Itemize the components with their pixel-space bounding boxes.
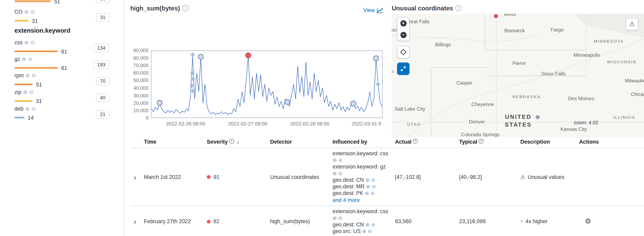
warning-anomaly-marker [157,100,162,105]
remove-filter-icon[interactable]: ⊖ [372,184,376,189]
add-filter-icon[interactable]: ⊕ [365,222,370,227]
map-label: Salt Lake City [394,106,425,112]
country-label: UNITED STATES [505,113,532,129]
remove-filter-icon[interactable]: ⊖ [338,157,342,163]
add-filter-icon[interactable]: ⊕ [366,184,370,189]
minus-in-circle-icon: − [400,32,406,38]
add-filter-icon[interactable]: ⊕ [24,9,29,14]
remove-filter-icon[interactable]: ⊖ [370,190,375,196]
influencer-filter: geo.dest: CN ⊕ ⊖ [332,221,390,228]
add-filter-icon[interactable]: ⊕ [365,177,370,183]
warning-icon: ⚠ [629,20,635,28]
y-axis-label: 10,000 [130,108,148,113]
influencer-score-row: 51 [14,82,110,87]
column-header-description: Description [520,139,579,145]
table-row: ›February 27th 202282high_sum(bytes)exte… [130,206,644,236]
expand-row-button[interactable]: › [130,218,144,224]
top-influencers-sidebar: 5153CO⊕⊖3131 extension.keyword css⊕⊖6113… [0,0,124,236]
arrow-up-icon: ↑ [520,218,523,225]
actions-gear-button[interactable]: ⚙ [579,217,591,225]
add-filter-icon[interactable]: ⊕ [332,215,337,221]
influencer-filter: extension.keyword: gz ⊕ ⊖ [332,163,390,177]
add-filter-icon[interactable]: ⊕ [23,89,28,95]
remove-filter-icon[interactable]: ⊖ [368,228,372,234]
remove-filter-icon[interactable]: ⊖ [30,40,35,45]
y-axis-label: 0 [130,115,148,121]
remove-filter-icon[interactable]: ⊖ [29,89,34,95]
remove-filter-icon[interactable]: ⊖ [32,73,36,78]
fit-to-data-button[interactable] [397,63,410,75]
map-label: Minot [504,14,516,17]
table-header-row: TimeSeverity?↓DetectorInfluenced byActua… [130,138,644,148]
actual-cell: [47,-102.8] [395,174,459,180]
column-header-label: Typical [459,139,477,145]
map-label: NEBRASKA [512,94,541,99]
time-cell: March 1st 2022 [144,174,207,180]
influencer-score-row: 51 [14,0,110,4]
expand-row-button[interactable]: › [130,174,144,180]
influencer-row: gz⊕⊖61193 [14,56,110,71]
show-more-influencers-link[interactable]: and 4 more [332,197,390,204]
remove-filter-icon[interactable]: ⊖ [28,56,33,62]
typical-location-dot [536,115,540,119]
map-label: Denver [469,119,485,125]
help-icon[interactable]: ? [229,139,234,144]
info-icon[interactable]: i [182,5,188,11]
y-axis-label: 50,000 [130,78,148,83]
help-icon[interactable]: ? [413,139,418,144]
map-canvas[interactable]: MinotMissoulaGreat FallsBismarckFargoMIN… [392,14,644,137]
map-label: Milwaukee [625,78,644,84]
influencer-score-bar [14,117,24,118]
zoom-in-button[interactable]: + [398,18,409,29]
influencer-text: geo.dest: MR [332,183,366,189]
add-filter-icon[interactable]: ⊕ [332,157,337,163]
view-link-label: View [363,7,375,13]
add-filter-icon[interactable]: ⊕ [22,56,26,62]
remove-filter-icon[interactable]: ⊖ [30,9,35,14]
influencer-text: geo.src: US [332,228,362,234]
table-row: ›March 1st 202291Unusual coordinatesexte… [130,148,644,206]
zoom-out-button[interactable]: − [398,29,409,41]
add-filter-icon[interactable]: ⊕ [26,73,30,78]
severity-cell: 82 [207,218,270,225]
column-header-time: Time [144,139,207,145]
add-filter-icon[interactable]: ⊕ [362,228,366,234]
map-label: WISCONSIN [607,60,636,64]
column-header-label: Time [144,139,156,145]
unusual-coordinates-card: Unusual coordinates i MinotMissoulaGreat… [392,0,644,137]
column-header-severity[interactable]: Severity?↓ [207,139,270,145]
map-title-row: Unusual coordinates i [392,5,462,12]
influencer-score-bar [14,1,51,2]
plus-in-circle-icon: + [400,20,406,26]
info-icon[interactable]: i [456,5,462,11]
map-label: Sioux Falls [541,71,566,77]
y-axis-label: 20,000 [130,100,148,106]
help-icon[interactable]: ? [478,139,484,144]
column-header-influenced-by: Influenced by [332,139,395,145]
add-filter-icon[interactable]: ⊕ [24,40,29,45]
view-link[interactable]: View [363,7,383,13]
add-filter-icon[interactable]: ⊕ [365,190,369,196]
add-filter-icon[interactable]: ⊕ [332,170,337,176]
remove-filter-icon[interactable]: ⊖ [371,177,375,183]
remove-filter-icon[interactable]: ⊖ [371,222,375,227]
set-view-button[interactable] [397,46,410,58]
x-axis-label: 2022-02-27 08:00 [228,121,268,127]
y-axis: 90,00080,00070,00060,00050,00040,00030,0… [130,51,148,118]
column-header-label: Actual [395,139,412,145]
doc-count-badge: 21 [96,110,110,118]
warning-icon: ⚠ [520,174,525,180]
timeseries-svg [151,51,382,118]
influencer-text: extension.keyword: css [332,208,388,214]
remove-filter-icon[interactable]: ⊖ [31,106,36,111]
map-warning-button[interactable]: ⚠ [626,18,638,30]
influencer-score: 51 [36,81,42,88]
influencer-score-bar [14,51,58,52]
influencer-filter: geo.dest: PK ⊕ ⊖ [332,190,390,196]
add-filter-icon[interactable]: ⊕ [25,106,30,111]
remove-filter-icon[interactable]: ⊖ [338,215,342,221]
sidebar-influencer-list: css⊕⊖61134gz⊕⊖61193rpm⊕⊖5170zip⊕⊖3140deb… [14,39,110,120]
remove-filter-icon[interactable]: ⊖ [338,170,342,176]
anomaly-location-dot [494,14,498,18]
x-axis-label: 2022-03-01 0 [352,121,381,127]
